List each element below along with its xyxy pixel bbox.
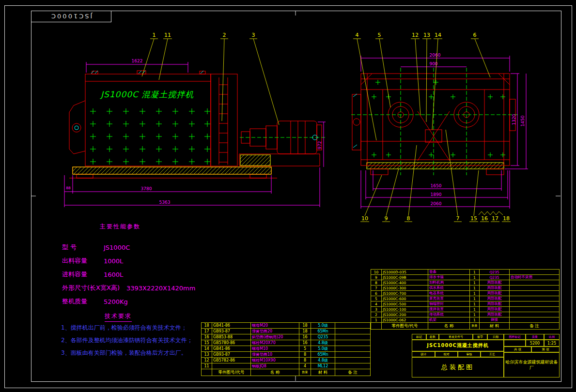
cell-qty: 1 xyxy=(470,280,480,286)
cell-note xyxy=(510,270,560,275)
spec-row-feed: 进料容量 1600L xyxy=(62,268,195,281)
cell-mat: 局部装配 xyxy=(480,302,510,307)
spec-row-weight: 整机质量 5200Kg xyxy=(62,295,195,308)
header-code-cell: 零件图号/代号 xyxy=(212,369,251,376)
parts-list-header-row: 零件图号/代号 名 称 数量 材 料 备 注 xyxy=(202,369,371,376)
cell-mat: 局部装配 xyxy=(480,291,510,296)
cyan-details xyxy=(75,71,357,148)
cell-mat: 局部装配 xyxy=(480,280,510,286)
dim-1890: 1890 xyxy=(431,192,442,197)
cell-qty: 1 xyxy=(470,296,480,302)
cell-name: 螺栓M20X70 xyxy=(251,340,299,346)
cell-note xyxy=(335,334,371,340)
cell-name: 电器系统 xyxy=(428,291,470,296)
cell-no: 1 xyxy=(371,317,382,323)
table-row: 9JS1000C-09B排水卡箍1Q235自动时不采用 xyxy=(371,275,560,280)
table-row: 17GB93-87弹簧垫圈201865Mn xyxy=(202,329,371,334)
cell-note xyxy=(335,329,371,334)
sign-process: 工艺 xyxy=(481,351,504,357)
cell-note xyxy=(335,363,371,369)
cell-name: 钢板JQ8 xyxy=(251,363,299,369)
dim-1450: 1450 xyxy=(520,115,525,126)
cell-mat: Q235 xyxy=(480,275,510,280)
table-row: 18GB41-86螺母M20185.0级 xyxy=(202,323,371,329)
callout-leaders xyxy=(142,39,511,222)
tech-item-2: 2、各部件及整机均须油漆防锈符合有关技术文件； xyxy=(61,334,193,347)
cell-qty: 18 xyxy=(299,329,311,334)
cell-mat: 局部装配 xyxy=(480,286,510,291)
cell-code xyxy=(212,363,251,369)
cell-note xyxy=(510,296,560,302)
cell-note: 自动时不采用 xyxy=(510,275,560,280)
sheet-index: 第 张 xyxy=(531,347,560,352)
table-row: 14GB41-86螺母M1055.0级 xyxy=(202,346,371,352)
callout-1: 1 xyxy=(153,32,156,38)
cell-code: JS1000C-200 xyxy=(382,312,428,317)
side-view-title: JS1000C 混凝土搅拌机 xyxy=(100,90,194,99)
cell-name: 螺母M20 xyxy=(251,323,299,329)
table-row: 3JS1000C-100搅拌装置1局部装配 xyxy=(371,307,560,312)
rev-header-count: 处数 xyxy=(426,334,439,340)
rev-header-sign: 签字 xyxy=(473,334,487,340)
callout-3: 3 xyxy=(252,32,255,38)
cell-name: 弹簧垫圈20 xyxy=(251,329,299,334)
cell-note xyxy=(335,352,371,358)
cell-mat: 4.8级 xyxy=(311,358,335,363)
cell-qty: 1 xyxy=(470,270,480,275)
dim-1320: 1320 xyxy=(512,114,516,125)
cell-no: 5 xyxy=(371,296,382,302)
cell-code: JS1000C-100 xyxy=(382,307,428,312)
header-mat-cell: 材 料 xyxy=(311,369,335,376)
sign-audit: 审核 xyxy=(458,351,481,357)
callout-15: 15 xyxy=(470,215,477,222)
cell-code: JS1000D-035 xyxy=(382,270,428,275)
scale-label: 比例 xyxy=(544,334,560,340)
cell-note xyxy=(510,312,560,317)
section-hatch-areas xyxy=(73,155,504,174)
dimension-lines xyxy=(64,56,528,209)
cell-note xyxy=(510,291,560,296)
spec-value: 3393X2220X1420mm xyxy=(126,285,195,292)
cell-code: JS1000C-300 xyxy=(382,286,428,291)
cell-qty: 18 xyxy=(299,323,311,329)
cell-qty: 1 xyxy=(470,291,480,296)
cell-qty: 1 xyxy=(470,286,480,291)
callout-2: 2 xyxy=(223,32,226,38)
specs-title: 主要性能参数 xyxy=(100,223,195,231)
cell-no: 13 xyxy=(202,352,212,358)
cell-mat: 65Mn xyxy=(311,329,335,334)
mass-label: 质量 xyxy=(526,334,544,340)
table-row: 10JS1000D-035垫条1Q235 xyxy=(371,270,560,275)
cell-code: JS1000C-600 xyxy=(382,296,428,302)
spec-row-model: 型 号 JS1000C xyxy=(62,241,195,254)
cell-no: 7 xyxy=(371,286,382,291)
spec-value: 5200Kg xyxy=(104,298,128,305)
side-view-geometry xyxy=(69,71,322,178)
spec-label: 出料容量 xyxy=(62,256,97,265)
side-plus-marks xyxy=(90,108,210,165)
table-row: 12GB5782-86螺栓M10X9084.8级 xyxy=(202,358,371,363)
callout-14: 14 xyxy=(435,32,441,38)
dim-5363: 5363 xyxy=(159,200,171,205)
table-row: 1JS1000C-062机架1焊接 xyxy=(371,317,560,323)
callout-6: 6 xyxy=(473,32,477,38)
cell-code: JS1000C-700 xyxy=(382,291,428,296)
header-qty-cell: 数量 xyxy=(299,369,311,376)
cell-code: JS1000C-500 xyxy=(382,302,428,307)
callout-16: 16 xyxy=(481,215,488,222)
callout-numbers: 1 11 2 3 4 5 12 13 14 6 10 9 8 7 15 16 1… xyxy=(153,32,510,222)
callout-7: 7 xyxy=(456,215,460,222)
cell-qty: 1 xyxy=(470,312,480,317)
cell-name: 弹簧垫圈10 xyxy=(251,352,299,358)
table-row: 16GB853-88斜垫圈(槽钢用)2016Q235 xyxy=(202,334,371,340)
cell-note xyxy=(335,358,371,363)
spec-label: 进料容量 xyxy=(62,270,97,279)
header-no-cell xyxy=(202,369,212,376)
cell-qty: 16 xyxy=(299,340,311,346)
dim-88: 88 xyxy=(66,186,71,190)
spec-value: 1000L xyxy=(104,257,123,265)
cell-qty: 5 xyxy=(299,346,311,352)
callout-18: 18 xyxy=(503,215,510,222)
cell-qty: 8 xyxy=(299,358,311,363)
company-name: 哈尔滨市金源建筑建材设备厂 xyxy=(504,352,560,377)
